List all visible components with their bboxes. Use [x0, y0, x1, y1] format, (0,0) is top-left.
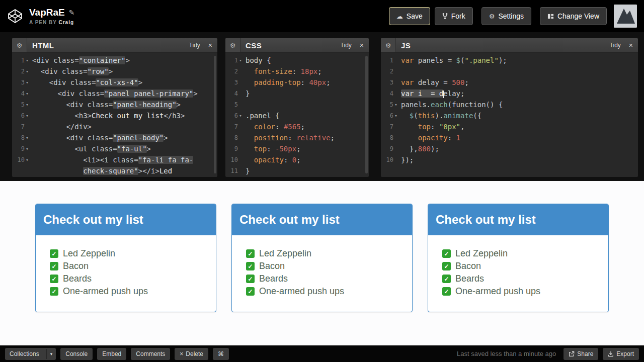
line-number: 7: [12, 121, 32, 132]
line-number: 5▾: [12, 99, 32, 110]
fold-arrow-icon[interactable]: ▾: [25, 154, 30, 165]
check-square-icon: ✓: [50, 262, 58, 270]
console-button[interactable]: Console: [60, 348, 93, 360]
codepen-editor-page: VapRaE ✎ A PEN BY Craig ☁ Save Fork ⚙: [0, 0, 644, 362]
line-number: 1▾: [225, 55, 246, 66]
tidy-button[interactable]: Tidy: [610, 38, 621, 52]
close-editor-icon[interactable]: ×: [629, 38, 633, 52]
list-item: ✓Led Zeppelin: [50, 247, 208, 260]
list-panel: Check out my list✓Led Zeppelin✓Bacon✓Bea…: [231, 204, 413, 312]
codepen-logo-icon[interactable]: [7, 8, 23, 24]
panel-heading: Check out my list: [36, 204, 216, 235]
byline: A PEN BY Craig: [29, 20, 75, 25]
close-icon: ×: [180, 350, 183, 357]
fold-arrow-icon[interactable]: ▾: [25, 99, 30, 110]
gear-icon: ⚙: [489, 13, 495, 20]
check-square-icon: ✓: [246, 249, 255, 258]
pen-title: VapRaE: [29, 7, 65, 18]
html-code-area[interactable]: 1▾<div class="container">2▾ <div class="…: [12, 53, 217, 177]
code-line: 6▾ <h3>Check out my list</h3>: [12, 110, 217, 121]
author-link[interactable]: Craig: [58, 20, 74, 25]
save-button[interactable]: ☁ Save: [389, 7, 430, 25]
code-line: 3 padding-top: 40px;: [225, 77, 369, 88]
line-number: 5▾: [381, 99, 401, 110]
avatar[interactable]: [614, 5, 637, 28]
code-line: 3▾ <div class="col-xs-4">: [12, 77, 217, 88]
list-item: ✓One-armed push ups: [442, 285, 601, 298]
fold-arrow-icon[interactable]: ▾: [238, 55, 243, 66]
editor-gear-icon[interactable]: ⚙: [12, 38, 27, 52]
code-line: 2: [381, 66, 638, 77]
list-item-label: Bacon: [455, 261, 481, 272]
code-line: check-square"></i>Led: [12, 165, 217, 176]
fold-arrow-icon[interactable]: ▾: [25, 110, 30, 121]
layout-grid-icon: [547, 13, 554, 20]
check-square-icon: ✓: [442, 262, 451, 270]
line-number: 9: [381, 143, 401, 154]
code-line: 9 top: -50px;: [225, 143, 369, 154]
line-number: 6▾: [12, 110, 32, 121]
code-line: 8 position: relative;: [225, 132, 369, 143]
code-line: 10});: [381, 154, 638, 165]
comments-button[interactable]: Comments: [131, 348, 170, 360]
delete-button[interactable]: × Delete: [175, 348, 208, 360]
code-line: 4▾ <div class="panel panel-primary">: [12, 88, 217, 99]
code-line: 1var panels = $(".panel");: [381, 55, 638, 66]
chevron-down-icon[interactable]: ▾: [46, 349, 56, 359]
check-square-icon: ✓: [246, 275, 255, 283]
byline-prefix: A PEN BY: [29, 20, 57, 25]
code-line: 4}: [225, 88, 369, 99]
close-editor-icon[interactable]: ×: [208, 38, 212, 52]
check-square-icon: ✓: [442, 249, 451, 258]
scrollbar[interactable]: [365, 56, 368, 173]
fold-arrow-icon[interactable]: ▾: [238, 110, 243, 121]
panel-heading: Check out my list: [428, 204, 608, 235]
line-number: 4▾: [12, 88, 32, 99]
fork-icon: [442, 13, 448, 20]
line-number: 2: [381, 66, 401, 77]
line-number: 4: [381, 88, 401, 99]
scrollbar[interactable]: [214, 56, 216, 173]
code-line: 10 opacity: 0;: [225, 154, 369, 165]
close-editor-icon[interactable]: ×: [360, 38, 364, 52]
line-number: 2: [225, 66, 246, 77]
fork-button[interactable]: Fork: [435, 7, 473, 25]
fold-arrow-icon[interactable]: ▾: [393, 99, 398, 110]
tidy-button[interactable]: Tidy: [341, 38, 352, 52]
keyboard-shortcuts-button[interactable]: ⌘: [213, 348, 229, 360]
change-view-button[interactable]: Change View: [540, 7, 607, 25]
code-line: 9 },800);: [381, 143, 638, 154]
css-code-area[interactable]: 1▾body {2 font-size: 18px;3 padding-top:…: [225, 53, 369, 177]
fold-arrow-icon[interactable]: ▾: [393, 110, 398, 121]
tidy-button[interactable]: Tidy: [189, 38, 200, 52]
editor-gear-icon[interactable]: ⚙: [225, 38, 240, 52]
fold-arrow-icon[interactable]: ▾: [25, 132, 30, 143]
check-square-icon: ✓: [246, 262, 255, 270]
js-code-area[interactable]: 1var panels = $(".panel");23var delay = …: [381, 53, 638, 177]
list-panel: Check out my list✓Led Zeppelin✓Bacon✓Bea…: [35, 204, 216, 312]
line-number: 8: [225, 132, 246, 143]
code-line: 10▾ <li><i class="fa-li fa fa-: [12, 154, 217, 165]
editor-title: JS: [396, 38, 411, 52]
editor-title: CSS: [240, 38, 262, 52]
editor-gear-icon[interactable]: ⚙: [381, 38, 396, 52]
export-button[interactable]: Export: [603, 348, 639, 360]
css-editor-panel: ⚙ CSS Tidy × 1▾body {2 font-size: 18px;3…: [225, 38, 369, 177]
share-button[interactable]: Share: [564, 348, 598, 360]
code-line: 8 opacity: 1: [381, 132, 638, 143]
embed-button[interactable]: Embed: [97, 348, 126, 360]
pen-title-block: VapRaE ✎ A PEN BY Craig: [29, 7, 75, 25]
code-line: 9▾ <ul class="fa-ul">: [12, 143, 217, 154]
fold-arrow-icon[interactable]: ▾: [25, 77, 30, 88]
fold-arrow-icon[interactable]: ▾: [25, 66, 30, 77]
fold-arrow-icon[interactable]: ▾: [25, 55, 30, 66]
code-line: 4var i = delay;: [381, 88, 638, 99]
fold-arrow-icon[interactable]: ▾: [25, 143, 30, 154]
editor-header: ⚙ CSS Tidy ×: [225, 38, 369, 53]
settings-button[interactable]: ⚙ Settings: [481, 7, 531, 25]
edit-title-icon[interactable]: ✎: [69, 9, 75, 17]
code-line: 8▾ <div class="panel-body">: [12, 132, 217, 143]
export-button-label: Export: [616, 350, 634, 357]
fold-arrow-icon[interactable]: ▾: [25, 88, 30, 99]
collections-dropdown[interactable]: Collections ▾: [5, 348, 56, 360]
